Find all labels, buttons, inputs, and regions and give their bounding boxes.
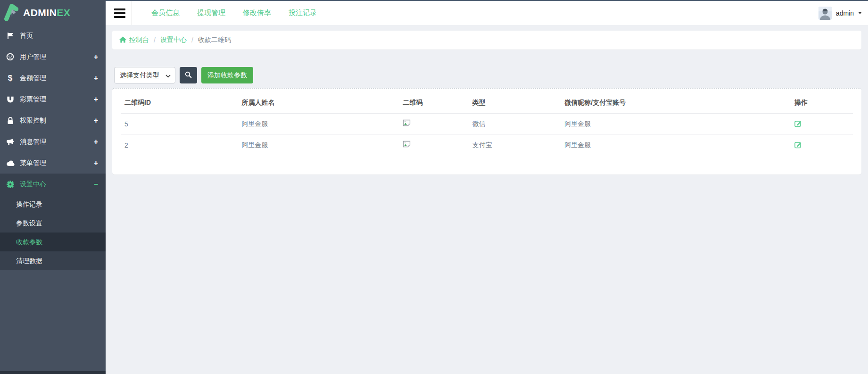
cell-type: 支付宝 [469, 135, 561, 156]
lock-icon [5, 117, 15, 125]
cell-account: 阿里金服 [561, 113, 791, 135]
breadcrumb-separator: / [154, 36, 156, 44]
page: ADMINEX 首页 用户管理 + $ 金额管理 + [0, 0, 868, 374]
broken-image-icon [403, 121, 411, 129]
plus-icon: + [94, 138, 98, 146]
sidebar-subitem-clean-data[interactable]: 清理数据 [0, 251, 106, 270]
magnet-icon [5, 96, 15, 103]
sidebar-item-messages[interactable]: 消息管理 + [0, 131, 106, 152]
plus-icon: + [94, 75, 98, 82]
edit-icon[interactable] [794, 141, 802, 149]
user-name: admin [836, 9, 854, 17]
plus-icon: + [94, 96, 98, 103]
main-area: 会员信息 提现管理 修改倍率 投注记录 admin 控制台 [106, 0, 868, 374]
col-header-actions: 操作 [791, 91, 853, 113]
col-header-qrcode-id: 二维码ID [121, 91, 238, 113]
content-area: 控制台 / 设置中心 / 收款二维码 选择支付类型 [106, 25, 868, 374]
plus-icon: + [94, 53, 98, 61]
sidebar-item-home[interactable]: 首页 [0, 25, 106, 46]
cell-owner-name: 阿里金服 [238, 135, 399, 156]
add-payment-param-button[interactable]: 添加收款参数 [201, 67, 253, 83]
col-header-account: 微信昵称/支付宝账号 [561, 91, 791, 113]
sidebar-item-label: 用户管理 [20, 53, 46, 61]
top-navbar: 会员信息 提现管理 修改倍率 投注记录 admin [106, 1, 868, 25]
user-menu[interactable]: admin [818, 7, 862, 20]
top-links: 会员信息 提现管理 修改倍率 投注记录 [151, 8, 317, 17]
payment-type-select-value: 选择支付类型 [120, 71, 159, 80]
sidebar-item-label: 权限控制 [20, 116, 46, 125]
broken-image-icon [403, 142, 411, 150]
search-icon [185, 71, 192, 80]
sidebar-item-users[interactable]: 用户管理 + [0, 46, 106, 67]
cell-actions [791, 113, 853, 135]
brand-a-icon [4, 3, 19, 23]
topnav-link-bet-records[interactable]: 投注记录 [289, 8, 317, 17]
sidebar-item-amount[interactable]: $ 金额管理 + [0, 67, 106, 89]
caret-down-icon [858, 12, 862, 14]
topnav-link-member-info[interactable]: 会员信息 [151, 8, 180, 17]
navbar-divider [132, 1, 132, 25]
brand-name: ADMINEX [23, 7, 70, 18]
sidebar-item-label: 首页 [20, 32, 33, 40]
table-header-row: 二维码ID 所属人姓名 二维码 类型 微信昵称/支付宝账号 操作 [121, 91, 853, 113]
sidebar-item-label: 菜单管理 [20, 159, 46, 167]
col-header-owner-name: 所属人姓名 [238, 91, 399, 113]
chevron-down-icon [165, 72, 171, 79]
payment-table: 二维码ID 所属人姓名 二维码 类型 微信昵称/支付宝账号 操作 5 阿里金服 [121, 91, 853, 156]
edit-icon[interactable] [794, 120, 802, 127]
user-face-icon [5, 53, 15, 61]
sidebar-subitem-payment-params[interactable]: 收款参数 [0, 233, 106, 251]
sidebar-bottom-strip [0, 371, 106, 374]
cell-qrcode-id: 5 [121, 113, 238, 135]
sidebar-item-settings[interactable]: 设置中心 − [0, 174, 106, 195]
sidebar-subitem-parameter-settings[interactable]: 参数设置 [0, 214, 106, 233]
plus-icon: + [94, 117, 98, 125]
sidebar-item-lottery[interactable]: 彩票管理 + [0, 89, 106, 110]
col-header-qrcode: 二维码 [399, 91, 469, 113]
breadcrumb-separator: / [191, 36, 193, 44]
filter-toolbar: 选择支付类型 添加收款参数 [112, 67, 861, 83]
payment-table-card: 二维码ID 所属人姓名 二维码 类型 微信昵称/支付宝账号 操作 5 阿里金服 [112, 88, 861, 175]
user-avatar [818, 7, 832, 20]
home-icon [119, 36, 126, 44]
flag-icon [5, 32, 15, 40]
plus-icon: + [94, 159, 98, 167]
cell-qrcode-id: 2 [121, 135, 238, 156]
table-row: 2 阿里金服 支付宝 阿里金服 [121, 135, 853, 156]
breadcrumb-console[interactable]: 控制台 [119, 36, 149, 44]
topnav-link-withdrawal[interactable]: 提现管理 [197, 8, 225, 17]
sidebar-item-label: 彩票管理 [20, 95, 46, 104]
cell-type: 微信 [469, 113, 561, 135]
dollar-icon: $ [5, 74, 15, 83]
cell-qrcode [399, 113, 469, 135]
brand-logo[interactable]: ADMINEX [0, 0, 106, 25]
topnav-link-modify-odds[interactable]: 修改倍率 [243, 8, 271, 17]
breadcrumb-current-page: 收款二维码 [198, 36, 231, 44]
sidebar-section-settings: 设置中心 − 操作记录 参数设置 收款参数 清理数据 [0, 174, 106, 270]
table-row: 5 阿里金服 微信 阿里金服 [121, 113, 853, 135]
breadcrumb-settings-center[interactable]: 设置中心 [160, 36, 187, 44]
sidebar-menu: 首页 用户管理 + $ 金额管理 + 彩票管理 + [0, 25, 106, 270]
breadcrumb: 控制台 / 设置中心 / 收款二维码 [112, 31, 861, 50]
cell-account: 阿里金服 [561, 135, 791, 156]
sidebar-item-label: 消息管理 [20, 138, 46, 146]
cell-actions [791, 135, 853, 156]
sidebar-item-label: 金额管理 [20, 74, 46, 83]
sidebar-item-menus[interactable]: 菜单管理 + [0, 152, 106, 174]
sidebar-item-permissions[interactable]: 权限控制 + [0, 110, 106, 131]
sidebar-item-label: 设置中心 [20, 180, 46, 189]
bullhorn-icon [5, 138, 15, 146]
search-button[interactable] [180, 67, 197, 83]
cell-qrcode [399, 135, 469, 156]
minus-icon: − [94, 181, 98, 188]
sidebar: ADMINEX 首页 用户管理 + $ 金额管理 + [0, 0, 106, 374]
col-header-type: 类型 [469, 91, 561, 113]
payment-type-select[interactable]: 选择支付类型 [114, 67, 175, 83]
hamburger-menu-icon[interactable] [114, 8, 125, 18]
cell-owner-name: 阿里金服 [238, 113, 399, 135]
gear-icon [5, 181, 15, 188]
sidebar-subitem-operation-log[interactable]: 操作记录 [0, 195, 106, 214]
cloud-icon [5, 160, 15, 166]
